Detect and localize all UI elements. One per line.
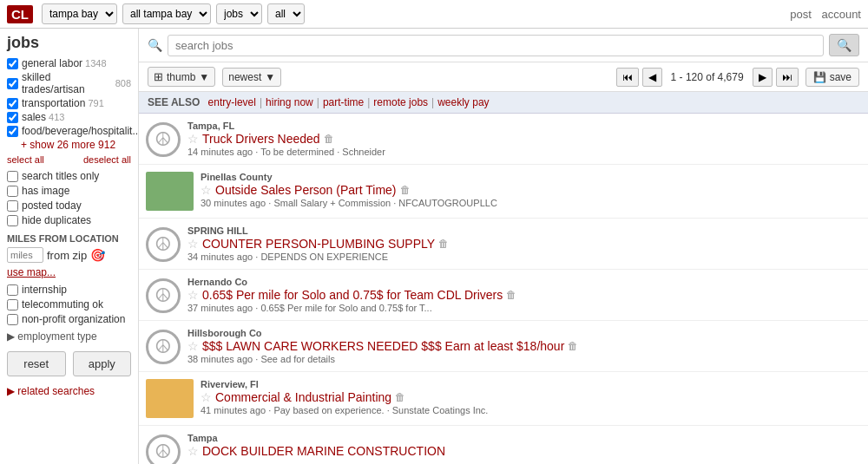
listing-body-5: Riverview, Fl ☆ Commercial & Industrial …	[201, 379, 859, 415]
listing-title-0[interactable]: Truck Drivers Needed	[202, 132, 320, 146]
top-links: post account	[783, 8, 861, 21]
star-icon-1[interactable]: ☆	[201, 183, 212, 197]
see-also-link-0[interactable]: entry-level	[208, 96, 256, 108]
star-icon-6[interactable]: ☆	[187, 444, 199, 458]
extra-filter-checkbox-2[interactable]	[7, 314, 18, 325]
search-input[interactable]	[168, 35, 824, 56]
category-label-4: food/beverage/hospitalit...	[22, 125, 139, 137]
category-item-3: sales 413	[7, 111, 131, 123]
see-also-link-2[interactable]: part-time	[323, 96, 364, 108]
category-checkbox-2[interactable]	[7, 98, 18, 109]
sidebar-title: jobs	[7, 34, 131, 52]
category-count-3: 413	[49, 112, 64, 122]
filter-item-1: has image	[7, 185, 131, 197]
trash-icon-5[interactable]: 🗑	[395, 391, 405, 403]
listing-item-6: ☮ Tampa ☆ DOCK BUILDER MARINE CONSTRUCTI…	[139, 426, 868, 464]
extra-filter-label-0: internship	[22, 284, 67, 296]
listing-title-5[interactable]: Commercial & Industrial Painting	[215, 390, 391, 404]
listing-title-3[interactable]: 0.65$ Per mile for Solo and 0.75$ for Te…	[202, 288, 503, 302]
miles-input[interactable]	[7, 247, 43, 263]
post-link[interactable]: post	[790, 8, 812, 21]
show-more-link[interactable]: + show 26 more 912	[21, 139, 131, 151]
star-icon-3[interactable]: ☆	[187, 288, 199, 302]
star-icon-5[interactable]: ☆	[201, 390, 212, 404]
category-checkbox-1[interactable]	[7, 78, 18, 89]
see-also-label: SEE ALSO	[148, 96, 200, 108]
trash-icon-4[interactable]: 🗑	[568, 340, 578, 352]
miles-section: MILES FROM LOCATION from zip 🎯 use map..…	[7, 233, 131, 278]
prev-page-button[interactable]: ◀	[642, 68, 662, 87]
listing-peace-icon-4: ☮	[146, 330, 181, 364]
extra-filter-checkbox-0[interactable]	[7, 284, 18, 296]
top-navigation: CL tampa bay all tampa bay jobs all post…	[0, 0, 868, 29]
listings: ☮ Tampa, FL ☆ Truck Drivers Needed 🗑 14 …	[139, 114, 868, 464]
listing-location-0: Tampa, FL	[187, 121, 859, 131]
use-map-link[interactable]: use map...	[7, 266, 131, 278]
account-link[interactable]: account	[821, 8, 861, 21]
listing-title-4[interactable]: $$$ LAWN CARE WORKERS NEEDED $$$ Earn at…	[202, 339, 564, 353]
see-also-bar: SEE ALSO entry-level|hiring now|part-tim…	[139, 92, 868, 114]
star-icon-4[interactable]: ☆	[187, 339, 199, 353]
last-page-button[interactable]: ⏭	[776, 68, 799, 87]
sort-toggle[interactable]: newest ▼	[222, 68, 281, 87]
see-also-separator: |	[367, 96, 370, 108]
star-icon-0[interactable]: ☆	[187, 132, 199, 146]
filter-checkbox-2[interactable]	[7, 200, 18, 212]
listing-title-6[interactable]: DOCK BUILDER MARINE CONSTRUCTION	[202, 444, 445, 458]
listing-body-4: hillsborough co ☆ $$$ LAWN CARE WORKERS …	[187, 328, 859, 364]
filter-label-2: posted today	[22, 199, 82, 212]
save-button[interactable]: 💾 save	[806, 68, 859, 87]
sort-chevron-icon: ▼	[265, 71, 275, 83]
filter-label-0: search titles only	[22, 170, 99, 182]
save-icon: 💾	[813, 71, 826, 83]
filter-checkbox-1[interactable]	[7, 186, 18, 197]
trash-icon-1[interactable]: 🗑	[400, 184, 411, 196]
listing-body-2: SPRING HILL ☆ COUNTER PERSON-PLUMBING SU…	[187, 225, 859, 262]
apply-button[interactable]: apply	[73, 351, 132, 376]
listing-title-2[interactable]: COUNTER PERSON-PLUMBING SUPPLY	[202, 237, 435, 251]
listing-location-1: Pinellas County	[201, 172, 859, 182]
subcategory-select[interactable]: all	[267, 3, 305, 24]
select-all-link[interactable]: select all	[7, 154, 44, 165]
pagination: ⏮ ◀ 1 - 120 of 4,679 ▶ ⏭	[616, 68, 799, 87]
listing-meta-1: 30 minutes ago · Small Salary + Commissi…	[201, 198, 859, 208]
listing-location-4: hillsborough co	[187, 328, 859, 338]
view-toggle[interactable]: ⊞ thumb ▼	[148, 67, 215, 87]
sublocation-select[interactable]: all tampa bay	[122, 3, 211, 24]
see-also-link-1[interactable]: hiring now	[266, 96, 313, 108]
employment-type-toggle[interactable]: ▶ employment type	[7, 330, 131, 343]
listing-title-1[interactable]: Outside Sales Person (Part Time)	[215, 183, 397, 197]
craigslist-logo: CL	[7, 5, 33, 23]
trash-icon-3[interactable]: 🗑	[506, 289, 516, 301]
category-checkbox-4[interactable]	[7, 126, 18, 137]
listing-item-1: Pinellas County ☆ Outside Sales Person (…	[139, 165, 868, 219]
target-icon[interactable]: 🎯	[90, 248, 105, 262]
filter-checkbox-3[interactable]	[7, 215, 18, 226]
related-searches-toggle[interactable]: ▶ related searches	[7, 385, 131, 397]
first-page-button[interactable]: ⏮	[616, 68, 639, 87]
trash-icon-2[interactable]: 🗑	[438, 238, 449, 250]
filter-item-2: posted today	[7, 199, 131, 212]
listing-peace-icon-6: ☮	[146, 435, 181, 464]
trash-icon-0[interactable]: 🗑	[324, 133, 334, 145]
listing-body-3: hernando co ☆ 0.65$ Per mile for Solo an…	[187, 277, 859, 313]
view-label: thumb	[167, 71, 195, 83]
category-checkbox-0[interactable]	[7, 58, 18, 69]
next-page-button[interactable]: ▶	[753, 68, 773, 87]
category-checkbox-3[interactable]	[7, 112, 18, 123]
listing-location-2: SPRING HILL	[187, 225, 859, 236]
deselect-all-link[interactable]: deselect all	[83, 154, 131, 165]
miles-sep: from zip	[47, 249, 87, 262]
extra-filter-checkbox-1[interactable]	[7, 299, 18, 310]
filter-checkbox-0[interactable]	[7, 171, 18, 182]
location-select[interactable]: tampa bay	[42, 3, 117, 24]
search-submit-button[interactable]: 🔍	[829, 34, 859, 56]
see-also-link-4[interactable]: weekly pay	[437, 96, 489, 108]
category-select[interactable]: jobs	[216, 3, 262, 24]
see-also-link-3[interactable]: remote jobs	[373, 96, 428, 108]
listing-location-6: Tampa	[187, 433, 859, 443]
listing-item-4: ☮ hillsborough co ☆ $$$ LAWN CARE WORKER…	[139, 321, 868, 372]
reset-button[interactable]: reset	[7, 351, 66, 376]
star-icon-2[interactable]: ☆	[187, 237, 199, 251]
listing-meta-4: 38 minutes ago · See ad for details	[187, 354, 859, 364]
